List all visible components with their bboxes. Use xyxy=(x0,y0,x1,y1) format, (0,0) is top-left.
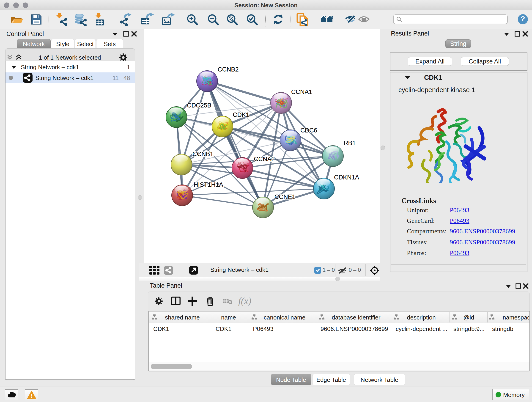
svg-text:CCNE1: CCNE1 xyxy=(274,193,296,200)
svg-text:CDC25B: CDC25B xyxy=(187,102,211,109)
svg-text:CCNA2: CCNA2 xyxy=(254,156,275,162)
svg-text:HIST1H1A: HIST1H1A xyxy=(194,181,223,188)
svg-text:CCNB1: CCNB1 xyxy=(192,151,214,157)
svg-text:CCNB2: CCNB2 xyxy=(218,66,239,73)
svg-text:CDKN1A: CDKN1A xyxy=(334,174,359,181)
svg-text:RB1: RB1 xyxy=(344,140,356,147)
svg-text:CDC6: CDC6 xyxy=(300,127,317,134)
svg-text:CDK1: CDK1 xyxy=(233,111,249,118)
svg-text:CCNA1: CCNA1 xyxy=(291,89,312,95)
svg-text:?: ? xyxy=(520,15,525,23)
